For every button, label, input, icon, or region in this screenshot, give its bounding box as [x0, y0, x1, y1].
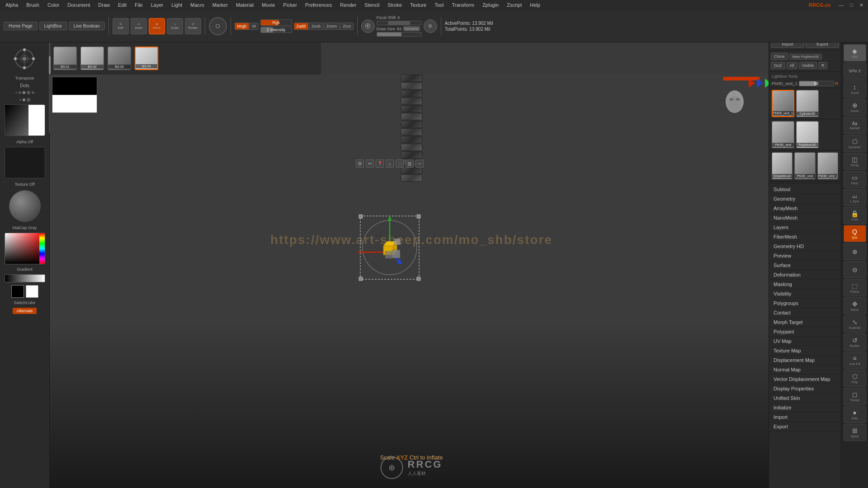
menu-item-uv-map[interactable]: UV Map — [769, 337, 841, 346]
z-intensity-slider[interactable]: Z Intensity — [260, 27, 292, 33]
right-icon-aahalf[interactable]: Aa AAHalf — [844, 117, 866, 134]
menu-item-render[interactable]: Render — [336, 1, 360, 9]
tab-lightbox[interactable]: LightBox — [39, 22, 67, 30]
r-btn[interactable]: R — [818, 62, 828, 69]
menu-item-zplugin[interactable]: Zplugin — [479, 1, 502, 9]
menu-item-stencil[interactable]: Stencil — [361, 1, 383, 9]
menu-item-unified-skin[interactable]: Unified Skin — [769, 394, 841, 403]
menu-item-color[interactable]: Color — [44, 1, 63, 9]
tool-scale[interactable]: ⤡ Scale — [167, 18, 183, 34]
menu-item-polypaint[interactable]: Polypaint — [769, 327, 841, 337]
focal-shift-bar[interactable] — [377, 21, 422, 25]
menu-item-fibermesh[interactable]: FiberMesh — [769, 232, 841, 242]
menu-item-contact[interactable]: Contact — [769, 308, 841, 318]
menu-item-normal-map[interactable]: Normal Map — [769, 365, 841, 375]
visible-btn[interactable]: Visible — [799, 62, 817, 69]
right-icon-spine[interactable]: ⊞ Spine — [844, 424, 866, 441]
right-icon-minus[interactable]: ⊖ — [844, 261, 866, 278]
main-canvas[interactable]: https://www.art-sheep.com/mo_shb/store — [50, 75, 773, 488]
right-icon-scroll[interactable]: ↕ Scroll — [844, 80, 866, 98]
menu-item-visibility[interactable]: Visibility — [769, 289, 841, 299]
menu-item-deformation[interactable]: Deformation — [769, 270, 841, 280]
menu-item-draw[interactable]: Draw — [94, 1, 113, 9]
tab-homepage[interactable]: Home Page — [4, 22, 38, 30]
right-icon-rotate[interactable]: ↺ RotAte — [844, 333, 866, 351]
color-swatch-white[interactable] — [26, 285, 38, 298]
right-icon-frame[interactable]: ⬚ Frame — [844, 279, 866, 296]
menu-item-geometry[interactable]: Geometry — [769, 194, 841, 204]
right-icon-lock[interactable]: 🔒 Lock — [844, 207, 866, 224]
brush-thumb-3[interactable]: BS-03 — [108, 47, 131, 70]
right-icon-persp[interactable]: ◫ Persp — [844, 153, 866, 170]
tool-edit[interactable]: ✎ Edit — [113, 18, 129, 34]
menu-item-texture-map[interactable]: Texture Map — [769, 346, 841, 356]
settings-btn[interactable]: ⚙ — [424, 19, 437, 33]
brush-thumb-1[interactable]: BS-01 — [53, 47, 77, 70]
menu-item-morph-target[interactable]: Morph Target — [769, 318, 841, 327]
tool-thumb-cylinder3d[interactable]: Cylinder3D — [796, 90, 819, 117]
gradient-bar[interactable] — [5, 274, 45, 282]
menu-item-tool[interactable]: Tool — [431, 1, 447, 9]
menu-item-nanomesh[interactable]: NanoMesh — [769, 213, 841, 223]
right-icon-move[interactable]: ✥ Move — [844, 297, 866, 314]
dynamic-label[interactable]: Dynamic — [403, 26, 420, 31]
home-gizmo-icon[interactable]: ⌂ — [386, 160, 394, 168]
menu-item-vector-displacement-map[interactable]: Vector Displacement Map — [769, 375, 841, 384]
goz-btn[interactable]: GoZ — [771, 62, 785, 69]
tool-thumb-polymesh3d[interactable]: PolyMesh3D — [796, 121, 819, 148]
scissors-gizmo-icon[interactable]: ✂ — [366, 160, 374, 168]
menu-item-subtool[interactable]: Subtool — [769, 185, 841, 194]
menu-item-texture[interactable]: Texture — [406, 1, 430, 9]
menu-item-picker[interactable]: Picker — [279, 1, 301, 9]
minimize-icon[interactable]: — — [836, 2, 846, 8]
tool-draw[interactable]: ✏ Draw — [131, 18, 147, 34]
tool-move[interactable]: ✥ Move — [149, 18, 165, 34]
menu-item-marker[interactable]: Marker — [209, 1, 231, 9]
tool-thumb-pm3d-vest-1[interactable]: PM3D_vest_1 — [772, 90, 794, 117]
menu-item-macro[interactable]: Macro — [187, 1, 208, 9]
zoom-btn[interactable]: Zoom — [324, 23, 340, 30]
zcut-btn[interactable]: Zcut — [340, 23, 354, 30]
menu-item-movie[interactable]: Movie — [258, 1, 278, 9]
clone-btn[interactable]: Clone — [771, 53, 788, 60]
menu-item-initialize[interactable]: Initialize — [769, 403, 841, 413]
menu-item-preferences[interactable]: Preferences — [302, 1, 335, 9]
menu-item-display-properties[interactable]: Display Properties — [769, 384, 841, 394]
menu-item-displacement-map[interactable]: Displacement Map — [769, 356, 841, 365]
menu-item-file[interactable]: File — [131, 1, 146, 9]
menu-item-alpha[interactable]: Alpha — [2, 1, 22, 9]
gear-gizmo-icon[interactable]: ⚙ — [356, 160, 364, 168]
zsub-btn[interactable]: Zsub — [309, 23, 323, 30]
tool-thumb-pm3d-vest[interactable]: PM3D_vest — [772, 121, 794, 148]
right-icon-brill[interactable]: ◆ Brill — [844, 44, 866, 61]
hue-slider[interactable] — [39, 233, 45, 264]
color-picker[interactable] — [5, 233, 45, 264]
menu-item-material[interactable]: Material — [232, 1, 257, 9]
menu-item-help[interactable]: Help — [526, 1, 544, 9]
tab-live-boolean[interactable]: Live Boolean — [69, 22, 105, 30]
m-btn[interactable]: M — [250, 23, 259, 30]
matcap-preview[interactable] — [9, 190, 41, 222]
left-scroll-thumb[interactable] — [49, 56, 51, 74]
menu-item-transform[interactable]: Transform — [448, 1, 478, 9]
menu-item-polygroups[interactable]: Polygroups — [769, 299, 841, 308]
tool-rotate[interactable]: ↺ Rotate — [185, 18, 201, 34]
draw-size-bar[interactable] — [377, 32, 422, 37]
right-icon-scale3d[interactable]: ⤡ Scale3D — [844, 315, 866, 333]
make-poly-btn[interactable]: Make PolyMesh3D — [789, 54, 822, 60]
3d-gizmo[interactable]: ⚙ ✂ 📍 ⌂ ⬚ ⛓ − — [349, 207, 430, 289]
nav-arrow-blue[interactable] — [757, 79, 763, 88]
nav-arrow-red[interactable] — [749, 79, 755, 88]
menu-item-brush[interactable]: Brush — [23, 1, 43, 9]
all-btn[interactable]: All — [787, 62, 797, 69]
menu-item-layer[interactable]: Layer — [147, 1, 167, 9]
menu-item-masking[interactable]: Masking — [769, 280, 841, 289]
menu-item-export-tool[interactable]: Export — [769, 422, 841, 432]
tool-thumb-pm3d-vest-b[interactable]: PM3D_vest — [794, 152, 815, 179]
right-icon-poly[interactable]: ⬡ Poly — [844, 370, 866, 387]
menu-item-zscript[interactable]: Zscript — [503, 1, 525, 9]
transpose-widget[interactable] — [11, 45, 38, 72]
menu-item-stroke[interactable]: Stroke — [384, 1, 406, 9]
pin-gizmo-icon[interactable]: 📍 — [376, 160, 384, 168]
brush-thumb-4[interactable]: BS-04 — [135, 47, 158, 70]
